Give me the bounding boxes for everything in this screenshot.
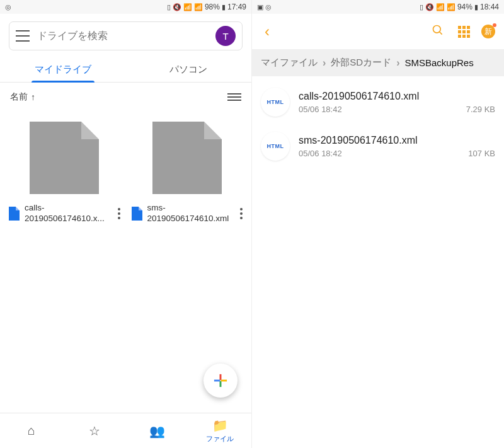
sort-arrow-icon: ↑ [31, 92, 35, 102]
drive-header: ドライブを検索 T [0, 14, 251, 55]
grid-icon [458, 26, 470, 38]
more-icon[interactable] [240, 208, 243, 219]
file-name: sms-20190506174610.xml [147, 203, 237, 224]
folder-icon: 📁 [212, 418, 228, 433]
battery-icon: ▮ [474, 4, 478, 11]
file-name: sms-20190506174610.xml [299, 135, 495, 146]
html-file-icon: HTML [261, 132, 290, 161]
myfiles-screen: ▣ ◎ ▯ 🔇 📶 📶 94% ▮ 18:44 ‹ 新 マイファイル › 外部S… [252, 0, 504, 448]
nav-shared[interactable]: 👥 [126, 413, 189, 448]
search-icon [432, 24, 444, 37]
file-name: calls-20190506174610.x... [25, 203, 114, 224]
plus-icon [212, 372, 229, 389]
crumb-current: SMSBackupRes [405, 57, 474, 68]
phone-icon: ▯ [420, 4, 423, 11]
people-icon: 👥 [149, 423, 165, 439]
star-icon: ☆ [89, 423, 100, 439]
svg-rect-1 [220, 381, 222, 387]
file-date: 05/06 18:42 [299, 149, 342, 158]
new-badge[interactable]: 新 [481, 25, 495, 38]
wifi-icon: 📶 [436, 4, 445, 11]
svg-rect-3 [221, 380, 227, 382]
file-size: 107 KB [468, 149, 495, 158]
list-item[interactable]: HTML calls-20190506174610.xml 05/06 18:4… [252, 80, 504, 124]
list-item[interactable]: HTML sms-20190506174610.xml 05/06 18:42 … [252, 124, 504, 168]
search-button[interactable] [429, 21, 447, 42]
tab-mydrive[interactable]: マイドライブ [0, 55, 126, 82]
mute-icon: 🔇 [425, 4, 434, 11]
battery-icon: ▮ [222, 4, 226, 11]
search-field[interactable]: ドライブを検索 T [9, 21, 243, 50]
sort-row[interactable]: 名前 ↑ [0, 83, 251, 108]
crumb-root[interactable]: マイファイル [261, 57, 318, 69]
signal-icon: 📶 [194, 4, 203, 11]
more-icon[interactable] [118, 208, 120, 219]
drive-screen: ◎ ▯ 🔇 📶 📶 98% ▮ 17:49 ドライブを検索 T マイドライブ パ… [0, 0, 252, 448]
file-size: 7.29 KB [466, 105, 495, 114]
file-thumb-icon [152, 122, 222, 194]
status-bar: ◎ ▯ 🔇 📶 📶 98% ▮ 17:49 [0, 0, 251, 14]
bottom-nav: ⌂ ☆ 👥 📁 ファイル [0, 413, 251, 448]
phone-icon: ▯ [167, 4, 171, 11]
list-view-icon[interactable] [227, 93, 241, 101]
app-icon: ◎ [5, 4, 11, 11]
svg-line-5 [440, 32, 442, 34]
back-button[interactable]: ‹ [261, 20, 273, 43]
clock: 17:49 [227, 3, 246, 11]
signal-icon: 📶 [447, 4, 455, 11]
file-grid: calls-20190506174610.x... sms-2019050617… [0, 108, 251, 238]
nav-home[interactable]: ⌂ [0, 413, 63, 448]
fab-add-button[interactable] [203, 364, 238, 398]
file-date: 05/06 18:42 [299, 105, 342, 114]
file-item[interactable]: calls-20190506174610.x... [6, 122, 123, 224]
chevron-right-icon: › [396, 57, 399, 69]
svg-rect-2 [214, 380, 220, 382]
file-list: HTML calls-20190506174610.xml 05/06 18:4… [252, 76, 504, 172]
status-bar: ▣ ◎ ▯ 🔇 📶 📶 94% ▮ 18:44 [252, 0, 504, 14]
html-file-icon: HTML [261, 88, 290, 117]
breadcrumb: マイファイル › 外部SDカード › SMSBackupRes [252, 49, 504, 76]
clock: 18:44 [480, 3, 499, 11]
svg-rect-0 [220, 374, 222, 380]
nav-files[interactable]: 📁 ファイル [188, 413, 251, 448]
nav-files-label: ファイル [206, 434, 234, 444]
app-icon: ▣ [257, 4, 263, 11]
file-name: calls-20190506174610.xml [299, 91, 495, 102]
menu-icon[interactable] [16, 30, 30, 42]
chevron-right-icon: › [323, 57, 326, 69]
file-thumb-icon [30, 122, 99, 194]
battery-pct: 94% [457, 3, 472, 11]
search-placeholder: ドライブを検索 [37, 30, 208, 43]
app-icon: ◎ [265, 4, 272, 11]
tab-computers[interactable]: パソコン [126, 55, 252, 82]
file-item[interactable]: sms-20190506174610.xml [129, 122, 246, 224]
nav-starred[interactable]: ☆ [63, 413, 126, 448]
account-avatar[interactable]: T [215, 26, 236, 46]
file-type-icon [9, 207, 20, 221]
sort-label: 名前 [10, 91, 28, 103]
svg-point-4 [433, 25, 441, 33]
mute-icon: 🔇 [173, 4, 181, 11]
battery-pct: 98% [205, 3, 220, 11]
drive-tabs: マイドライブ パソコン [0, 55, 251, 83]
home-icon: ⌂ [28, 423, 35, 438]
crumb-sd[interactable]: 外部SDカード [331, 57, 391, 69]
wifi-icon: 📶 [183, 4, 192, 11]
grid-view-button[interactable] [455, 23, 472, 40]
myfiles-header: ‹ 新 [252, 14, 504, 49]
file-type-icon [132, 207, 142, 221]
